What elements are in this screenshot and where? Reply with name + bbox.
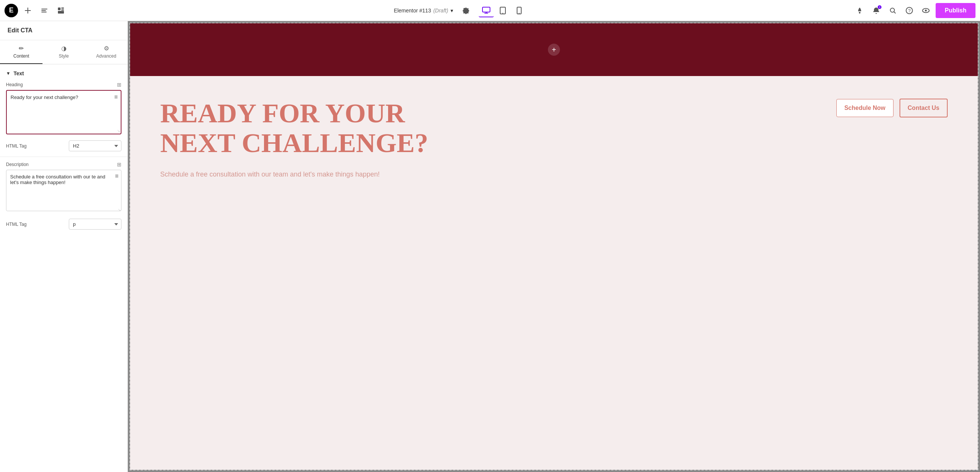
description-html-tag-row: HTML Tag p div span h1 h2 h3 (6, 219, 121, 230)
draft-label: (Draft) (433, 8, 448, 14)
tab-style[interactable]: ◑ Style (43, 40, 85, 64)
section-collapse-icon: ▼ (6, 71, 11, 76)
description-icons: ⊞ (117, 161, 121, 167)
description-resize-handle[interactable]: ↘ (118, 208, 121, 212)
plus-icon: + (552, 46, 556, 54)
notification-badge: 1 (878, 5, 881, 9)
canvas-description: Schedule a free consultation with our te… (160, 169, 386, 180)
topbar-right-actions: 1 ? Publish (853, 3, 975, 18)
svg-rect-9 (482, 7, 490, 12)
tab-advanced-label: Advanced (96, 53, 116, 59)
device-switcher (479, 4, 527, 17)
svg-rect-8 (58, 11, 64, 14)
heading-textarea-wrapper: Ready for your next challenge? ≡ ↘ (6, 90, 121, 134)
description-html-tag-label: HTML Tag (6, 222, 27, 227)
pencil-icon: ✏ (19, 45, 24, 52)
structure-button[interactable] (54, 4, 68, 17)
topbar: E Elementor #113 (Draft) ▾ (0, 0, 980, 21)
canvas-add-section-button[interactable]: + (548, 44, 560, 56)
style-icon: ◑ (61, 45, 67, 52)
svg-rect-7 (61, 10, 64, 11)
left-panel: Edit CTA ✏ Content ◑ Style ⚙ Advanced ▼ … (0, 21, 128, 472)
heading-field-group: Heading ⊞ Ready for your next challenge?… (6, 82, 121, 134)
tab-style-label: Style (59, 53, 69, 59)
tab-content[interactable]: ✏ Content (0, 40, 43, 64)
description-html-tag-select[interactable]: p div span h1 h2 h3 (69, 219, 121, 230)
help-button[interactable]: ? (902, 4, 916, 17)
heading-label-row: Heading ⊞ (6, 82, 121, 88)
description-field-group: Description ⊞ Schedule a free consultati… (6, 161, 121, 213)
preview-button[interactable] (919, 4, 932, 17)
advanced-icon: ⚙ (104, 45, 109, 52)
elementor-logo[interactable]: E (5, 4, 18, 17)
publish-button[interactable]: Publish (935, 3, 975, 18)
canvas-dark-section[interactable]: + (130, 23, 978, 76)
svg-rect-5 (58, 8, 60, 10)
canvas-content-section[interactable]: READY FOR YOUR NEXT CHALLENGE? Schedule … (130, 76, 978, 470)
description-label-row: Description ⊞ (6, 161, 121, 167)
canvas-heading: READY FOR YOUR NEXT CHALLENGE? (160, 99, 461, 158)
page-title-button[interactable]: Elementor #113 (Draft) ▾ (394, 8, 453, 14)
svg-rect-4 (41, 12, 47, 13)
heading-label: Heading (6, 82, 23, 87)
text-section-header[interactable]: ▼ Text (6, 70, 121, 77)
svg-text:?: ? (908, 8, 911, 14)
panel-content: ▼ Text Heading ⊞ Ready for your next cha… (0, 64, 127, 472)
description-label: Description (6, 162, 29, 167)
canvas-wrapper: + READY FOR YOUR NEXT CHALLENGE? Schedul… (129, 22, 978, 470)
panel-title: Edit CTA (0, 21, 127, 40)
svg-point-13 (519, 13, 520, 14)
tab-content-label: Content (13, 53, 29, 59)
resize-handle[interactable]: ↘ (117, 129, 120, 133)
tablet-view-button[interactable] (495, 4, 510, 17)
page-title-text: Elementor #113 (394, 8, 431, 14)
schedule-now-button[interactable]: Schedule Now (836, 99, 893, 117)
html-tag-label: HTML Tag (6, 144, 27, 149)
notifications-button[interactable]: 1 (869, 4, 883, 17)
description-pin-icon[interactable]: ⊞ (117, 161, 121, 167)
svg-point-11 (503, 13, 503, 14)
panel-tabs: ✏ Content ◑ Style ⚙ Advanced (0, 40, 127, 64)
svg-point-18 (925, 10, 927, 11)
svg-rect-6 (61, 8, 64, 9)
add-widget-button[interactable] (21, 4, 35, 17)
topbar-center: Elementor #113 (Draft) ▾ (71, 4, 850, 17)
description-textarea[interactable]: Schedule a free consultation with our te… (6, 170, 121, 211)
mobile-view-button[interactable] (512, 4, 527, 17)
cta-buttons-group: Schedule Now Contact Us (836, 99, 948, 118)
svg-rect-2 (41, 9, 48, 10)
heading-db-icon[interactable]: ≡ (115, 94, 118, 100)
desktop-view-button[interactable] (479, 4, 494, 17)
search-button[interactable] (886, 4, 899, 17)
description-textarea-container: Schedule a free consultation with our te… (6, 170, 121, 213)
html-tag-select[interactable]: H2 H1 H3 H4 H5 H6 p div span (69, 140, 121, 151)
contact-us-button[interactable]: Contact Us (899, 99, 948, 118)
heading-textarea[interactable]: Ready for your next challenge? (7, 91, 121, 132)
finder-button[interactable] (38, 4, 51, 17)
html-tag-row: HTML Tag H2 H1 H3 H4 H5 H6 p div span (6, 140, 121, 151)
main-layout: Edit CTA ✏ Content ◑ Style ⚙ Advanced ▼ … (0, 21, 980, 472)
text-section-label: Text (14, 70, 24, 77)
page-settings-button[interactable] (459, 4, 473, 17)
chevron-down-icon: ▾ (450, 8, 453, 14)
rocket-button[interactable] (853, 4, 866, 17)
tab-advanced[interactable]: ⚙ Advanced (85, 40, 127, 64)
description-db-icon[interactable]: ≡ (115, 173, 118, 180)
heading-pin-icon[interactable]: ⊞ (117, 82, 121, 88)
canvas-area: + READY FOR YOUR NEXT CHALLENGE? Schedul… (128, 21, 980, 472)
svg-rect-3 (41, 10, 46, 11)
